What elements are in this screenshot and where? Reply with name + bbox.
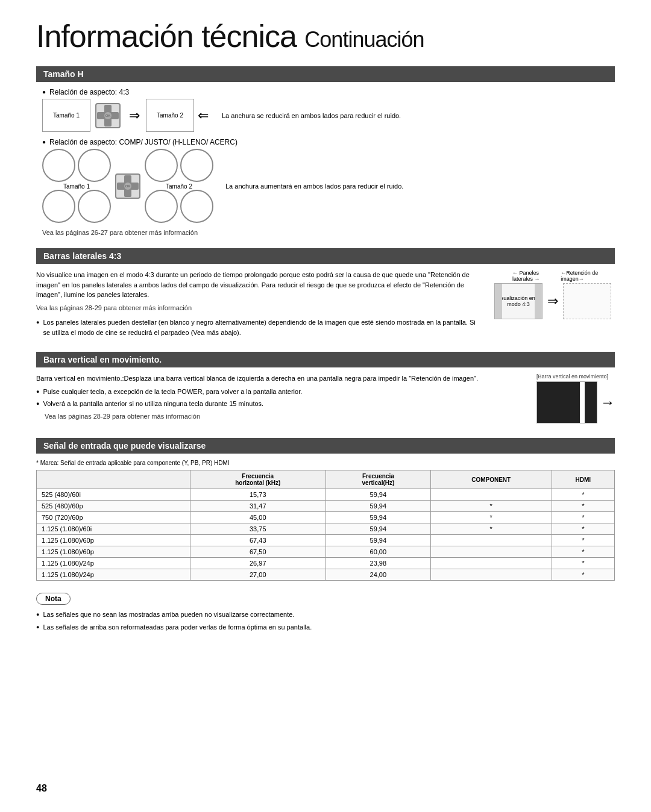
col-hdmi: HDMI bbox=[552, 470, 614, 489]
cell-freq-v: 59,94 bbox=[326, 501, 430, 512]
cell-freq-v: 23,98 bbox=[326, 558, 430, 569]
tamano-h-section: Tamaño H Relación de aspecto: 4:3 Tamaño… bbox=[36, 66, 615, 236]
cell-freq-h: 67,50 bbox=[190, 546, 326, 558]
cell-hdmi: * bbox=[552, 489, 614, 501]
cell-component: * bbox=[430, 501, 552, 512]
cell-hdmi: * bbox=[552, 523, 614, 535]
right-bar bbox=[535, 284, 542, 319]
cell-component bbox=[430, 558, 552, 569]
cell-signal: 1.125 (1.080)/24p bbox=[37, 569, 190, 581]
barra-diagram: [Barra vertical en movimiento] → bbox=[536, 373, 615, 426]
retencion-label-group: ←Retención de imagen→ bbox=[561, 270, 615, 282]
cell-hdmi: * bbox=[552, 558, 614, 569]
dpad-wrapper-1: OK bbox=[95, 103, 121, 128]
oval-bl-2 bbox=[145, 190, 178, 223]
dpad-right bbox=[110, 112, 119, 119]
bv-screen bbox=[536, 381, 597, 423]
oval-group-1: Tamaño 1 bbox=[42, 149, 111, 223]
dpad-2: OK bbox=[115, 173, 140, 199]
barras-para1: No visualice una imagen en el modo 4:3 d… bbox=[36, 270, 482, 300]
tamano-row-2: Tamaño 1 OK bbox=[42, 149, 609, 223]
cell-hdmi: * bbox=[552, 535, 614, 546]
dpad-cross-2: OK bbox=[117, 175, 139, 197]
dpad2-center: OK bbox=[124, 183, 131, 190]
table-row: 525 (480)/60p 31,47 59,94 * * bbox=[37, 501, 615, 512]
bv-arrow: → bbox=[600, 381, 615, 423]
oval-bl-1 bbox=[42, 190, 75, 223]
table-row: 1.125 (1.080)/24p 26,97 23,98 * bbox=[37, 558, 615, 569]
cell-freq-v: 59,94 bbox=[326, 489, 430, 501]
comp-group-1: Tamaño 1 OK bbox=[42, 149, 213, 223]
col-signal bbox=[37, 470, 190, 489]
oval-br-1 bbox=[78, 190, 111, 223]
tamano-h-header: Tamaño H bbox=[36, 66, 615, 82]
barras-page-ref: Vea las páginas 28-29 para obtener más i… bbox=[36, 303, 482, 313]
tamano1-box: Tamaño 1 bbox=[42, 99, 90, 132]
signal-table-body: 525 (480)/60i 15,73 59,94 * 525 (480)/60… bbox=[37, 489, 615, 581]
barras-diagram: ← Paneles laterales → ←Retención de imag… bbox=[494, 270, 615, 340]
barras-laterales-header: Barras laterales 4:3 bbox=[36, 248, 615, 264]
dpad-1: OK bbox=[95, 103, 121, 128]
left-bar bbox=[495, 284, 502, 319]
barra-vertical-content: Barra vertical en movimiento.:Desplaza u… bbox=[36, 373, 615, 426]
col-component: COMPONENT bbox=[430, 470, 552, 489]
cell-freq-v: 59,94 bbox=[326, 535, 430, 546]
nota-label: Nota bbox=[45, 595, 61, 603]
cell-component bbox=[430, 489, 552, 501]
dpad-wrapper-2: OK bbox=[115, 173, 140, 199]
barra-text-block: Barra vertical en movimiento.:Desplaza u… bbox=[36, 373, 524, 426]
barras-text-block: No visualice una imagen en el modo 4:3 d… bbox=[36, 270, 482, 340]
cell-freq-v: 60,00 bbox=[326, 546, 430, 558]
cell-signal: 750 (720)/60p bbox=[37, 512, 190, 523]
tamano-page-ref: Vea las páginas 26-27 para obtener más i… bbox=[42, 229, 609, 236]
page-number: 48 bbox=[36, 783, 47, 794]
cell-component: * bbox=[430, 512, 552, 523]
col-freq-v: Frecuenciavertical(Hz) bbox=[326, 470, 430, 489]
col-freq-h: Frecuenciahorizontal (kHz) bbox=[190, 470, 326, 489]
barra-vertical-section: Barra vertical en movimiento. Barra vert… bbox=[36, 352, 615, 426]
cell-hdmi: * bbox=[552, 501, 614, 512]
signal-section: Señal de entrada que puede visualizarse … bbox=[36, 438, 615, 581]
oval-row-bot-1 bbox=[42, 190, 111, 223]
cell-component bbox=[430, 535, 552, 546]
nota-bullet1: Las señales que no sean las mostradas ar… bbox=[36, 610, 615, 620]
cell-component bbox=[430, 569, 552, 581]
bv-white-bar bbox=[580, 382, 585, 423]
tamano1-label-2: Tamaño 1 bbox=[63, 183, 90, 190]
cell-hdmi: * bbox=[552, 569, 614, 581]
paneles-label-group: ← Paneles laterales → bbox=[512, 270, 561, 282]
table-row: 1.125 (1.080)/24p 27,00 24,00 * bbox=[37, 569, 615, 581]
tamano-box-group-1: Tamaño 1 OK ⇒ Tamaño 2 bbox=[42, 99, 210, 132]
cell-freq-h: 15,73 bbox=[190, 489, 326, 501]
oval-row-top-1 bbox=[42, 149, 111, 182]
screen-visual-2 bbox=[563, 283, 611, 319]
oval-tl-1 bbox=[42, 149, 75, 182]
dpad2-right bbox=[130, 183, 139, 190]
tamano-row-1: Tamaño 1 OK ⇒ Tamaño 2 bbox=[42, 99, 609, 132]
aspect1-label: Relación de aspecto: 4:3 bbox=[42, 88, 609, 96]
tamano2-box: Tamaño 2 bbox=[146, 99, 194, 132]
screen-visual-1: Visualización en el modo 4:3 bbox=[494, 283, 542, 319]
oval-tl-2 bbox=[145, 149, 178, 182]
tamano-desc-1: La anchura se reducirá en ambos lados pa… bbox=[222, 112, 401, 119]
title-text: Información técnica bbox=[36, 19, 297, 54]
cell-signal: 1.125 (1.080)/60i bbox=[37, 523, 190, 535]
table-row: 750 (720)/60p 45,00 59,94 * * bbox=[37, 512, 615, 523]
bv-diagram-label: [Barra vertical en movimiento] bbox=[536, 373, 615, 379]
arrow-left-1: ⇐ bbox=[198, 108, 209, 123]
bv-visual-row: → bbox=[536, 381, 615, 423]
barra-bullet1: Pulse cualquier tecla, a excepción de la… bbox=[36, 387, 524, 397]
dpad-cross-1: OK bbox=[97, 105, 119, 126]
dpad-center: OK bbox=[104, 112, 112, 119]
oval-br-2 bbox=[180, 190, 213, 223]
subtitle-text: Continuación bbox=[304, 27, 424, 52]
paneles-label: ← Paneles laterales → bbox=[512, 270, 561, 282]
diagram-arrow: ⇒ bbox=[547, 293, 558, 309]
tamano-desc-2: La anchura aumentará en ambos lados para… bbox=[225, 183, 403, 190]
oval-tr-2 bbox=[180, 149, 213, 182]
barras-visual-row: Visualización en el modo 4:3 ⇒ bbox=[494, 283, 615, 319]
cell-hdmi: * bbox=[552, 512, 614, 523]
signal-header: Señal de entrada que puede visualizarse bbox=[36, 438, 615, 454]
barras-labels: ← Paneles laterales → ←Retención de imag… bbox=[494, 270, 615, 282]
barra-vertical-header: Barra vertical en movimiento. bbox=[36, 352, 615, 367]
